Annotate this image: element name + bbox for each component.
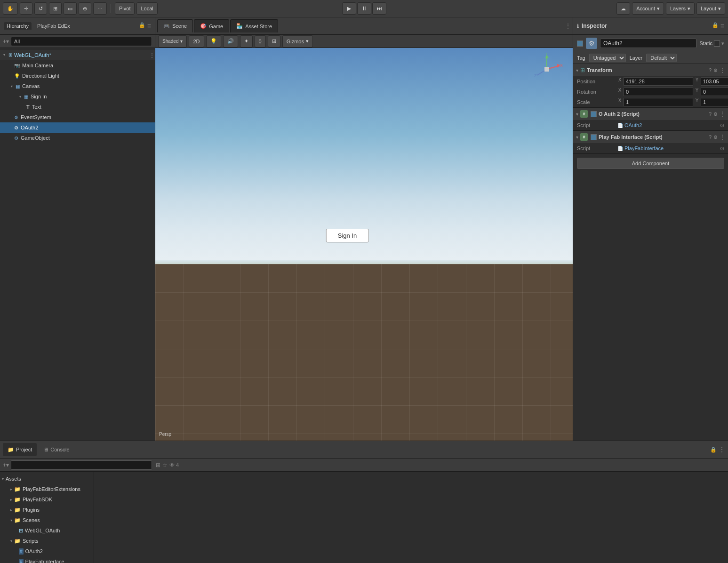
layers-dropdown[interactable]: Layers ▾ (666, 2, 695, 15)
oauth2-enabled-checkbox[interactable] (591, 111, 597, 117)
tag-dropdown[interactable]: Untagged (589, 54, 626, 62)
asset-store-tab[interactable]: 🏪 Asset Store (230, 19, 278, 32)
project-search-input[interactable] (11, 460, 152, 470)
bottom-menu-icon[interactable]: ⋮ (719, 446, 725, 453)
project-view-toggle-icon[interactable]: ⊞ (156, 462, 160, 468)
audio-btn[interactable]: 🔊 (223, 35, 238, 48)
custom-tool-btn[interactable]: ⋯ (93, 2, 107, 15)
2d-btn[interactable]: 2D (189, 35, 204, 48)
shading-dropdown[interactable]: Shaded ▾ (158, 35, 187, 48)
transform-tool-btn[interactable]: ⊕ (79, 2, 91, 15)
project-item-playfab-interface-script[interactable]: # PlayFabInterface (0, 556, 94, 563)
fx-btn[interactable]: ✦ (240, 35, 253, 48)
project-item-plugins[interactable]: ▸ 📁 Plugins (0, 505, 94, 515)
signin-expand-icon: ▾ (18, 95, 23, 99)
pause-button[interactable]: ⏸ (357, 2, 371, 15)
scale-y-input[interactable] (701, 98, 728, 106)
folder-expand-arrow-4: ▾ (10, 518, 12, 523)
scale-x-input[interactable] (624, 98, 693, 106)
add-hierarchy-btn[interactable]: +▾ (3, 38, 9, 45)
pivot-btn[interactable]: Pivot (115, 2, 135, 15)
playfab-edex-tab[interactable]: PlayFab EdEx (34, 22, 73, 30)
playfab-script-header[interactable]: ▾ # Play Fab Interface (Script) ? ⚙ ⋮ (573, 131, 728, 143)
gameobject-enabled-checkbox[interactable] (577, 40, 583, 47)
oauth2-menu-icon[interactable]: ⋮ (720, 111, 725, 117)
gizmo-btn[interactable]: Gizmos ▾ (282, 35, 313, 48)
oauth2-settings-icon[interactable]: ⚙ (713, 112, 718, 117)
hierarchy-search-input[interactable] (11, 37, 152, 46)
transform-settings-icon[interactable]: ⚙ (713, 68, 718, 73)
playfab-goto-icon[interactable]: ⊙ (720, 145, 724, 152)
local-btn[interactable]: Local (136, 2, 157, 15)
add-component-button[interactable]: Add Component (577, 158, 724, 169)
inspector-icon: ℹ (577, 23, 579, 29)
static-dropdown-icon[interactable]: ▾ (721, 40, 724, 47)
oauth2-goto-icon[interactable]: ⊙ (720, 122, 724, 129)
oauth2-script-header[interactable]: ▾ # O Auth 2 (Script) ? ⚙ ⋮ (573, 108, 728, 120)
scene-menu-icon[interactable]: ⋮ (149, 52, 155, 58)
console-tab[interactable]: 🖥 Console (39, 443, 74, 456)
lighting-btn[interactable]: 💡 (206, 35, 221, 48)
static-checkbox[interactable] (714, 40, 720, 47)
hand-tool-btn[interactable]: ✋ (3, 2, 18, 15)
hierarchy-tab[interactable]: Hierarchy (4, 22, 32, 30)
project-item-scripts[interactable]: ▾ 📁 Scripts (0, 536, 94, 546)
hierarchy-item-main-camera[interactable]: 📷 Main Camera (0, 60, 155, 71)
pos-x-input[interactable] (624, 77, 693, 86)
collab-btn[interactable]: ☁ (616, 2, 630, 15)
project-tab[interactable]: 📁 Project (3, 443, 37, 456)
transform-menu-icon[interactable]: ⋮ (720, 67, 725, 73)
gameobject-name-input[interactable] (600, 39, 696, 48)
hierarchy-lock-icon[interactable]: 🔒 (139, 22, 145, 30)
layers-label: Layers (670, 6, 686, 11)
playfab-info-icon[interactable]: ? (709, 135, 712, 140)
scene-layers-btn[interactable]: 0 (255, 35, 266, 48)
rot-x-input[interactable] (624, 88, 693, 96)
step-button[interactable]: ⏭ (372, 2, 386, 15)
scale-tool-btn[interactable]: ⊞ (49, 2, 62, 15)
pivot-label: Pivot (119, 6, 130, 11)
playfab-menu-icon[interactable]: ⋮ (720, 134, 725, 140)
hierarchy-item-sign-in[interactable]: ▾ ▦ Sign In (0, 91, 155, 102)
play-button[interactable]: ▶ (342, 2, 356, 15)
hierarchy-item-gameobject[interactable]: ⚙ GameObject (0, 133, 155, 143)
project-fav-icon[interactable]: ☆ (162, 462, 168, 468)
project-tree: ▾ Assets ▸ 📁 PlayFabEditorExtensions ▸ 📁… (0, 472, 94, 563)
game-tab[interactable]: 🎯 Game (194, 19, 229, 32)
rotate-tool-btn[interactable]: ↺ (34, 2, 47, 15)
playfab-enabled-checkbox[interactable] (591, 134, 597, 140)
rot-y-input[interactable] (701, 88, 728, 96)
hierarchy-menu-icon[interactable]: ≡ (147, 22, 151, 30)
project-item-playfab-sdk[interactable]: ▸ 📁 PlayFabSDK (0, 494, 94, 505)
project-item-scenes[interactable]: ▾ 📁 Scenes (0, 515, 94, 525)
bottom-lock-icon[interactable]: 🔒 (710, 447, 717, 453)
hierarchy-item-canvas[interactable]: ▾ ▦ Canvas (0, 81, 155, 91)
transform-title: Transform (587, 67, 707, 73)
hierarchy-item-oauth2[interactable]: ⚙ OAuth2 (0, 122, 155, 133)
rect-tool-btn[interactable]: ▭ (64, 2, 77, 15)
hierarchy-item-eventsystem[interactable]: ⚙ EventSystem (0, 112, 155, 122)
playfab-settings-icon[interactable]: ⚙ (713, 135, 718, 140)
hierarchy-item-directional-light[interactable]: 💡 Directional Light (0, 71, 155, 81)
transform-info-icon[interactable]: ? (709, 68, 712, 73)
project-item-playfab-editor[interactable]: ▸ 📁 PlayFabEditorExtensions (0, 484, 94, 494)
project-item-webgl-oauth-scene[interactable]: ⊞ WebGL_OAuth (0, 525, 94, 536)
add-asset-btn[interactable]: +▾ (3, 462, 9, 468)
transform-header[interactable]: ▾ ⊞ Transform ? ⚙ ⋮ (573, 64, 728, 76)
pos-y-input[interactable] (701, 77, 728, 86)
scene-tab[interactable]: 🎮 Scene (157, 19, 193, 32)
scene-root-item[interactable]: ▾ ⊞ WebGL_OAuth* ⋮ (0, 50, 155, 60)
inspector-menu-icon[interactable]: ≡ (720, 22, 724, 30)
inspector-lock-icon[interactable]: 🔒 (712, 22, 719, 30)
grid-btn[interactable]: ⊞ (268, 35, 280, 48)
layout-dropdown[interactable]: Layout ▾ (696, 2, 725, 15)
oauth2-info-icon[interactable]: ? (709, 112, 712, 117)
project-item-oauth2-script[interactable]: # OAuth2 (0, 546, 94, 556)
scene-tabs-menu-icon[interactable]: ⋮ (565, 23, 571, 29)
hierarchy-item-text[interactable]: T Text (0, 102, 155, 112)
layer-dropdown[interactable]: Default (646, 54, 677, 62)
account-dropdown[interactable]: Account ▾ (632, 2, 664, 15)
scene-signin-button[interactable]: Sign In (326, 229, 368, 242)
assets-root-item[interactable]: ▾ Assets (0, 474, 94, 484)
move-tool-btn[interactable]: ✛ (20, 2, 32, 15)
